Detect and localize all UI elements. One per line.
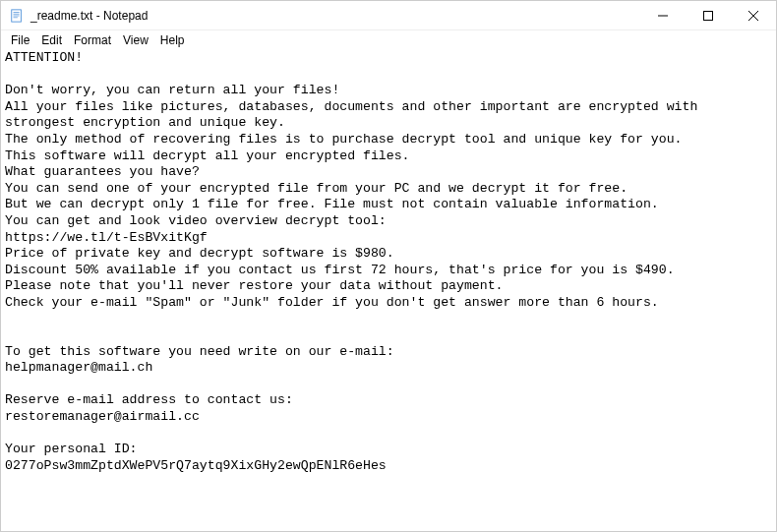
svg-rect-6 xyxy=(704,11,713,20)
window-controls xyxy=(640,1,776,30)
maximize-button[interactable] xyxy=(686,1,731,30)
menu-help[interactable]: Help xyxy=(154,32,191,48)
menu-view[interactable]: View xyxy=(117,32,154,48)
titlebar: _readme.txt - Notepad xyxy=(1,1,776,30)
window-title: _readme.txt - Notepad xyxy=(30,9,640,23)
menubar: File Edit Format View Help xyxy=(1,30,776,50)
menu-file[interactable]: File xyxy=(5,32,35,48)
menu-format[interactable]: Format xyxy=(68,32,117,48)
notepad-window: _readme.txt - Notepad File Edit Format V… xyxy=(0,0,777,532)
menu-edit[interactable]: Edit xyxy=(35,32,68,48)
text-editor-area[interactable]: ATTENTION! Don't worry, you can return a… xyxy=(1,50,776,531)
close-button[interactable] xyxy=(731,1,776,30)
notepad-icon xyxy=(9,8,25,24)
minimize-button[interactable] xyxy=(640,1,686,30)
